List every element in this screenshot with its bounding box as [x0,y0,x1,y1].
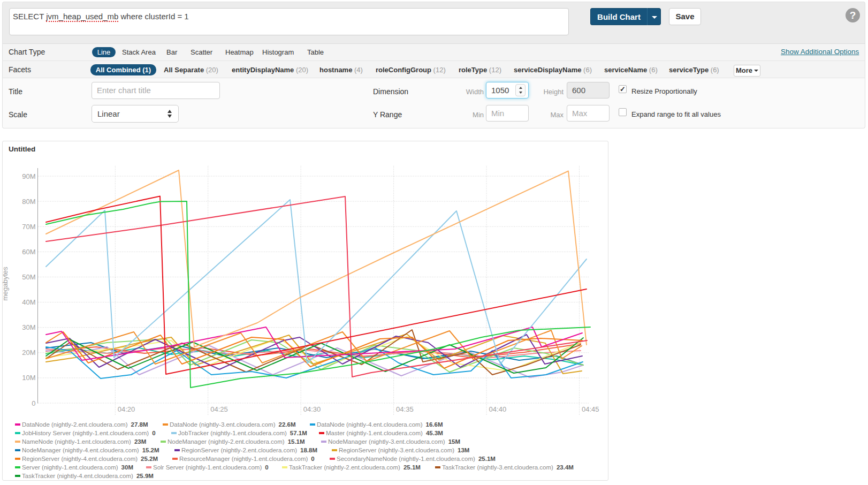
svg-text:04:20: 04:20 [118,405,135,413]
svg-text:40M: 40M [22,298,35,306]
svg-text:10M: 10M [22,374,35,382]
svg-text:80M: 80M [22,198,35,206]
svg-text:04:40: 04:40 [489,405,507,413]
svg-text:60M: 60M [22,248,35,256]
svg-text:04:30: 04:30 [303,405,321,413]
svg-text:90M: 90M [22,172,35,180]
svg-text:04:35: 04:35 [396,405,414,413]
svg-text:70M: 70M [22,223,35,231]
svg-text:megabytes: megabytes [1,267,9,301]
svg-text:20M: 20M [22,348,35,357]
svg-text:50M: 50M [22,273,35,281]
svg-text:30M: 30M [22,323,35,331]
svg-text:04:45: 04:45 [582,405,599,413]
svg-text:0: 0 [32,399,35,407]
svg-text:04:25: 04:25 [210,405,228,413]
